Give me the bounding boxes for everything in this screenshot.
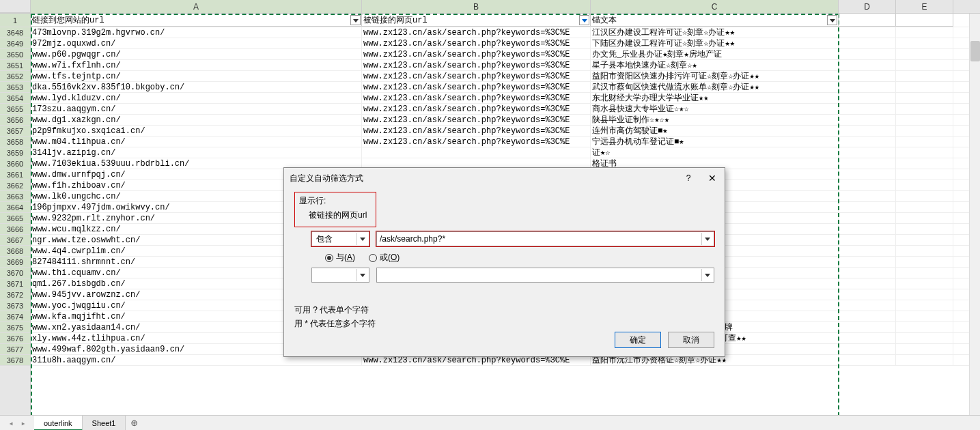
row-number[interactable]: 3654 <box>0 93 30 104</box>
row-number[interactable]: 3672 <box>0 289 30 300</box>
cell[interactable] <box>896 322 953 332</box>
cell[interactable] <box>896 158 953 169</box>
cell[interactable]: 东北财经大学办理大学毕业证★★ <box>591 93 839 103</box>
cell[interactable] <box>839 169 896 180</box>
row-number[interactable]: 3649 <box>0 38 30 49</box>
cell[interactable]: 办文凭_乐业县办证★刻章★房地产证 <box>591 49 839 59</box>
cell[interactable] <box>839 355 896 365</box>
cell[interactable]: www.zx123.cn/ask/search.php?keywords=%3C… <box>362 137 591 147</box>
cell[interactable] <box>362 147 591 158</box>
cell[interactable] <box>896 27 953 38</box>
cell[interactable]: 武汉市蔡甸区快速代做流水账单☆刻章☆办证★★ <box>591 82 839 92</box>
cell[interactable] <box>839 93 896 103</box>
or-radio[interactable]: 或(O) <box>369 252 400 263</box>
add-sheet-button[interactable]: ⊕ <box>126 416 142 430</box>
cell[interactable] <box>839 300 896 311</box>
cell[interactable]: 商水县快速大专毕业证☆★☆ <box>591 104 839 114</box>
cell[interactable] <box>896 344 953 354</box>
row-number[interactable]: 3671 <box>0 278 30 289</box>
cell[interactable] <box>839 289 896 300</box>
and-radio[interactable]: 与(A) <box>325 252 355 263</box>
cell[interactable] <box>896 49 953 59</box>
cell[interactable] <box>839 82 896 92</box>
cell[interactable] <box>839 235 896 245</box>
row-number[interactable]: 3666 <box>0 224 30 235</box>
row-number[interactable]: 3677 <box>0 344 30 355</box>
cell[interactable] <box>839 268 896 278</box>
row-number[interactable]: 3665 <box>0 213 30 224</box>
row-number[interactable]: 3659 <box>0 147 30 158</box>
cell[interactable]: 星子县本地快速办证☆刻章☆★ <box>591 60 839 70</box>
row-number[interactable]: 3669 <box>0 257 30 268</box>
header-cell[interactable] <box>896 14 953 27</box>
row-number[interactable]: 3648 <box>0 27 30 38</box>
cell[interactable]: www.zx123.cn/ask/search.php?keywords=%3C… <box>362 71 591 81</box>
cell[interactable]: www.zx123.cn/ask/search.php?keywords=%3C… <box>362 27 591 38</box>
cell[interactable] <box>839 213 896 223</box>
cell[interactable] <box>896 60 953 70</box>
cell[interactable] <box>839 60 896 70</box>
cell[interactable] <box>896 169 953 180</box>
cell[interactable] <box>839 191 896 201</box>
cell[interactable] <box>896 93 953 103</box>
cancel-button[interactable]: 取消 <box>668 332 714 348</box>
column-header-D[interactable]: D <box>839 0 896 13</box>
cell[interactable] <box>896 202 953 212</box>
help-icon[interactable]: ? <box>682 168 695 188</box>
column-header-E[interactable]: E <box>896 0 953 13</box>
cell[interactable] <box>896 289 953 300</box>
cell[interactable] <box>839 333 896 343</box>
cell[interactable] <box>896 213 953 223</box>
cell[interactable]: www.zx123.cn/ask/search.php?keywords=%3C… <box>362 38 591 48</box>
sheet-tab[interactable]: outerlink <box>34 416 83 431</box>
row-number[interactable]: 3673 <box>0 300 30 311</box>
tab-first-icon[interactable]: ◂ <box>5 418 16 428</box>
cell[interactable]: www.w7i.fxflnh.cn/ <box>31 60 362 70</box>
cell[interactable] <box>839 246 896 256</box>
header-cell[interactable]: 锚文本 <box>591 14 839 27</box>
cell[interactable] <box>896 71 953 81</box>
cell[interactable]: www.p60.pgwqgr.cn/ <box>31 49 362 59</box>
tab-last-icon[interactable]: ▸ <box>18 418 29 428</box>
cell[interactable] <box>839 38 896 48</box>
ok-button[interactable]: 确定 <box>615 332 661 348</box>
cell[interactable]: www.dg1.xazkgn.cn/ <box>31 115 362 125</box>
cell[interactable] <box>839 311 896 321</box>
row-number[interactable]: 3668 <box>0 246 30 257</box>
row-number[interactable]: 3662 <box>0 180 30 191</box>
cell[interactable]: www.m04.tlihpua.cn/ <box>31 137 362 147</box>
cell[interactable] <box>839 147 896 158</box>
cell[interactable] <box>839 49 896 59</box>
row-number[interactable]: 3676 <box>0 333 30 344</box>
cell[interactable] <box>896 147 953 158</box>
cell[interactable] <box>839 180 896 190</box>
column-header-A[interactable]: A <box>31 0 362 13</box>
cell[interactable]: 江汉区办建设工程许可证☆刻章☆办证★★ <box>591 27 839 38</box>
cell[interactable] <box>896 300 953 311</box>
cell[interactable] <box>839 104 896 114</box>
cell[interactable] <box>896 224 953 234</box>
row-number[interactable]: 3650 <box>0 49 30 60</box>
cell[interactable] <box>896 333 953 343</box>
cell[interactable] <box>896 311 953 321</box>
cell[interactable]: 473mlovnp.319g2m.hgvrwo.cn/ <box>31 27 362 38</box>
cell[interactable] <box>839 344 896 354</box>
cell[interactable]: www.zx123.cn/ask/search.php?keywords=%3C… <box>362 126 591 136</box>
filter-button[interactable] <box>827 15 837 25</box>
cell[interactable] <box>839 224 896 234</box>
cell[interactable]: 连州市高仿驾驶证■★ <box>591 126 839 136</box>
cell[interactable] <box>839 322 896 332</box>
row-number[interactable]: 3670 <box>0 268 30 278</box>
cell[interactable] <box>896 126 953 136</box>
cell[interactable] <box>896 191 953 201</box>
row-number[interactable]: 3675 <box>0 322 30 333</box>
cell[interactable] <box>839 71 896 81</box>
cell[interactable] <box>896 104 953 114</box>
cell[interactable] <box>896 115 953 125</box>
cell[interactable] <box>839 27 896 38</box>
cell[interactable] <box>896 278 953 289</box>
select-all-corner[interactable] <box>0 0 31 13</box>
cell[interactable] <box>896 268 953 278</box>
cell[interactable]: www.zx123.cn/ask/search.php?keywords=%3C… <box>362 49 591 59</box>
cell[interactable] <box>839 158 896 169</box>
